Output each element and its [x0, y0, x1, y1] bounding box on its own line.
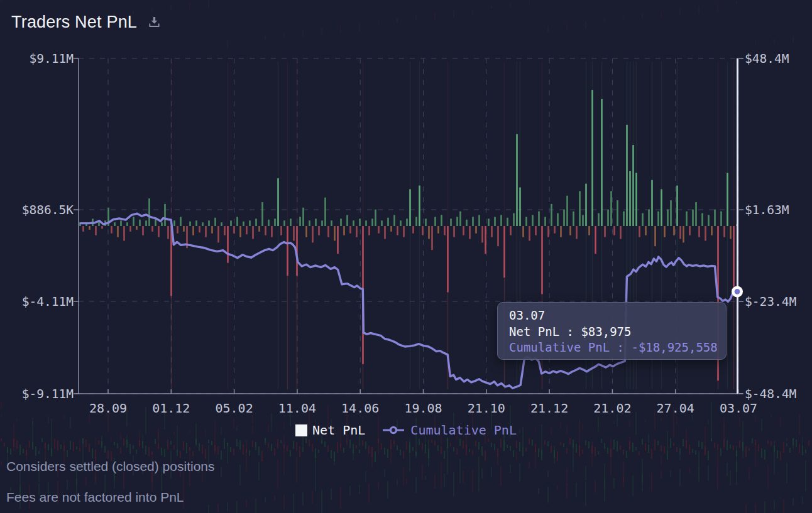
net-pnl-bar: [730, 226, 732, 239]
net-pnl-bar: [104, 220, 106, 226]
x-axis-tick-label: 21.12: [530, 401, 568, 416]
net-pnl-bar: [645, 226, 647, 235]
net-pnl-bar: [205, 226, 207, 237]
net-pnl-bar: [582, 215, 584, 226]
net-pnl-bar: [463, 226, 464, 235]
net-pnl-bar: [211, 226, 213, 234]
net-pnl-bar: [384, 226, 386, 239]
net-pnl-bar: [293, 226, 295, 240]
net-pnl-bar: [576, 226, 578, 239]
net-pnl-bar: [711, 226, 713, 235]
net-pnl-bar: [340, 219, 342, 226]
net-pnl-bar: [475, 226, 477, 234]
legend-label-cumulative-pnl: Cumulative PnL: [410, 423, 517, 438]
net-pnl-bar: [230, 220, 232, 226]
net-pnl-bar: [727, 173, 728, 226]
net-pnl-bar: [591, 90, 593, 226]
net-pnl-bar: [551, 204, 552, 226]
net-pnl-bar: [481, 226, 483, 242]
net-pnl-bar: [667, 210, 669, 226]
net-pnl-bar: [617, 200, 618, 226]
net-pnl-bar: [626, 125, 628, 226]
net-pnl-bar: [302, 208, 304, 226]
net-pnl-bar: [111, 226, 112, 234]
cumulative-pnl-line: [80, 213, 737, 388]
net-pnl-bar: [720, 212, 722, 226]
net-pnl-bar: [513, 213, 515, 226]
net-pnl-bar: [431, 226, 433, 250]
net-pnl-bar: [214, 218, 216, 226]
net-pnl-bar: [547, 226, 549, 237]
net-pnl-bar: [186, 226, 188, 248]
net-pnl-bar: [120, 220, 122, 226]
net-pnl-bar: [642, 213, 644, 226]
net-pnl-bar: [287, 226, 288, 276]
net-pnl-bar: [85, 224, 87, 226]
net-pnl-bar: [434, 217, 436, 226]
net-pnl-bar: [409, 189, 411, 226]
net-pnl-bar: [415, 217, 417, 226]
x-axis-tick-label: 28.09: [89, 401, 127, 416]
net-pnl-bar: [613, 226, 615, 235]
net-pnl-bar: [453, 226, 455, 237]
net-pnl-bar: [607, 210, 609, 226]
x-axis-tick-label: 14.06: [341, 401, 379, 416]
net-pnl-bar: [390, 226, 392, 232]
net-pnl-bar: [283, 220, 285, 226]
net-pnl-bar: [170, 226, 172, 296]
download-button[interactable]: [146, 14, 163, 31]
net-pnl-bar: [657, 212, 659, 226]
net-pnl-bar: [89, 226, 91, 230]
net-pnl-bar: [98, 222, 100, 226]
net-pnl-bar: [123, 226, 125, 240]
net-pnl-bar: [491, 226, 493, 237]
net-pnl-bar: [723, 226, 725, 237]
net-pnl-bar: [466, 220, 468, 226]
net-pnl-bar: [497, 226, 499, 246]
net-pnl-bar: [676, 186, 678, 226]
legend-item-net-pnl[interactable]: Net PnL: [295, 423, 365, 438]
net-pnl-bar: [107, 208, 109, 226]
net-pnl-bar: [202, 222, 204, 226]
net-pnl-bar: [393, 215, 395, 226]
net-pnl-bar: [227, 226, 229, 263]
square-swatch-icon: [295, 424, 307, 436]
y-axis-right-label: $-23.4M: [745, 294, 796, 309]
net-pnl-bar: [485, 226, 486, 254]
net-pnl-bar: [525, 217, 527, 226]
net-pnl-bar: [189, 222, 191, 226]
net-pnl-bar: [437, 226, 439, 234]
net-pnl-bar: [378, 226, 380, 234]
net-pnl-bar: [381, 220, 383, 226]
net-pnl-bar: [265, 226, 266, 235]
net-pnl-bar: [639, 226, 640, 237]
net-pnl-bar: [733, 226, 735, 287]
net-pnl-bar: [280, 226, 282, 235]
net-pnl-bar: [318, 226, 320, 235]
net-pnl-bar: [192, 226, 194, 235]
net-pnl-bar: [478, 215, 480, 226]
download-icon: [147, 15, 162, 30]
net-pnl-bar: [299, 217, 301, 226]
net-pnl-bar: [563, 210, 565, 226]
net-pnl-bar: [695, 202, 697, 226]
net-pnl-bar: [324, 198, 326, 226]
net-pnl-bar: [686, 212, 688, 226]
net-pnl-bar: [651, 180, 653, 226]
net-pnl-bar: [258, 226, 260, 232]
chart-footnotes: Considers settled (closed) positions Fee…: [6, 459, 215, 513]
net-pnl-bar: [296, 226, 298, 276]
net-pnl-bar: [598, 213, 600, 226]
net-pnl-bar: [535, 226, 537, 235]
net-pnl-bar: [321, 220, 323, 226]
net-pnl-bar: [400, 220, 402, 226]
net-pnl-bar: [444, 226, 446, 235]
net-pnl-bar: [469, 226, 471, 239]
net-pnl-bar: [79, 222, 81, 226]
chart-legend: Net PnL Cumulative PnL: [0, 423, 812, 438]
net-pnl-bar: [221, 222, 222, 226]
legend-item-cumulative-pnl[interactable]: Cumulative PnL: [381, 423, 517, 438]
net-pnl-bar: [139, 220, 141, 226]
x-axis-tick-label: 21.02: [593, 401, 631, 416]
net-pnl-bar: [654, 226, 656, 246]
